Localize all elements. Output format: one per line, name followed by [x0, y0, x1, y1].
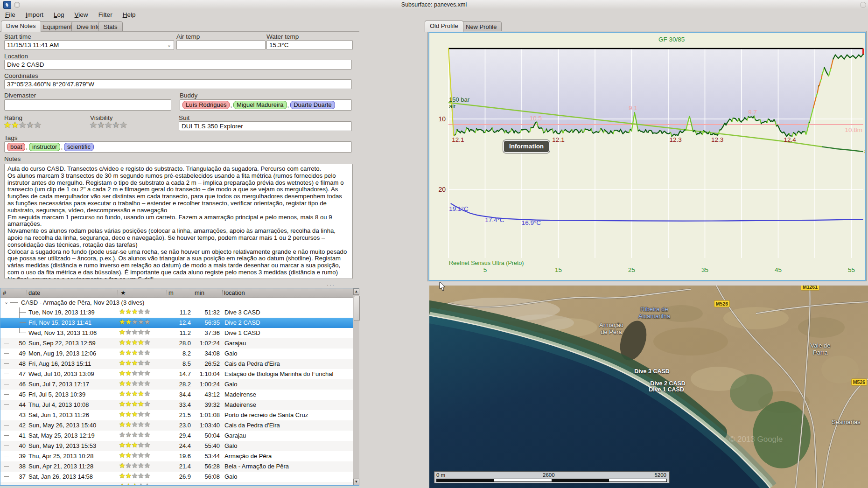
tags-input[interactable]: boat,instructor,scientific [4, 141, 352, 153]
table-row[interactable]: 47Wed, Jul 10, 2013 13:09★★★★★14.71:10:0… [0, 369, 353, 379]
svg-text:150 bar: 150 bar [449, 96, 470, 103]
menu-file[interactable]: File [2, 10, 19, 20]
buddy-tag[interactable]: Miguel Madureira [233, 101, 287, 109]
road-badge: M526 [714, 300, 730, 307]
star-icon: ★ [112, 120, 119, 130]
table-row[interactable]: 38Sun, Apr 21, 2013 11:28★★★★★21.456:28B… [0, 461, 353, 472]
dive-location: Cais da Pedra d'Eira [224, 483, 280, 485]
svg-text:9.7: 9.7 [748, 109, 757, 116]
tab-old-profile[interactable]: Old Profile [425, 21, 463, 32]
dive-list-header[interactable]: # date ★ m min location [0, 288, 353, 298]
dive-depth: 28.0 [154, 340, 191, 347]
table-row[interactable]: Tue, Nov 19, 2013 11:39★★★★★11.251:32Div… [0, 307, 353, 318]
dive-duration: 26:52 [191, 360, 220, 367]
buddy-tag[interactable]: Duarte Duarte [290, 101, 335, 109]
table-row[interactable]: 50Sun, Sep 22, 2013 12:59★★★★★28.01:02:2… [0, 338, 353, 349]
dive-depth: 29.4 [154, 432, 191, 439]
table-row[interactable]: 46Sun, Jul 7, 2013 17:17★★★★★28.21:00:24… [0, 379, 353, 390]
dive-location: Dive 1 CASD [224, 329, 260, 336]
dive-tag[interactable]: scientific [64, 143, 94, 151]
dive-site-label[interactable]: Dive 3 CASD [634, 368, 670, 375]
dive-rating: ★★★★★ [119, 452, 150, 459]
buddy-input[interactable]: Luís Rodrigues,Miguel Madureira,Duarte D… [180, 99, 352, 111]
col-duration[interactable]: min [195, 289, 204, 296]
table-row[interactable]: 45Fri, Jul 5, 2013 10:39★★★★★34.443:12Ma… [0, 390, 353, 400]
coordinates-input[interactable]: 37°05'23.460"N 8°20'47.879"W [4, 79, 352, 89]
table-row[interactable]: 43Sat, Jun 1, 2013 11:26★★★★★21.51:01:08… [0, 410, 353, 420]
dive-location: Armação de Pêra [224, 453, 272, 460]
col-location[interactable]: location [224, 289, 245, 296]
svg-text:9.1: 9.1 [629, 105, 637, 112]
expander-icon[interactable]: ⌄ [4, 299, 8, 305]
star-icon: ★ [144, 349, 150, 356]
tab-dive-notes[interactable]: Dive Notes [1, 21, 41, 32]
water-temp-input[interactable]: 15.3°C [266, 40, 353, 50]
table-row[interactable]: 48Fri, Aug 16, 2013 15:11★★★★★8.526:52Ca… [0, 359, 353, 369]
table-row[interactable]: 42Sun, May 26, 2013 15:40★★★★★23.01:03:4… [0, 420, 353, 431]
dive-site-map[interactable]: 0 m 2600 5200 Armação de PêraRibeira de … [429, 286, 868, 488]
splitter-handle[interactable]: ··· [327, 282, 335, 288]
col-date[interactable]: date [28, 289, 40, 296]
menu-view[interactable]: View [71, 10, 91, 20]
tag-separator: , [230, 102, 232, 109]
subsurface-window: Subsurface: paneves.xml FileImportLogVie… [0, 0, 868, 488]
chart-plot-area[interactable]: GF 30/85102051525354555Reefnet Sensus Ul… [428, 32, 866, 281]
dive-date: Fri, Aug 16, 2013 15:11 [28, 360, 91, 367]
title-bar[interactable]: Subsurface: paneves.xml [0, 0, 868, 9]
menu-filter[interactable]: Filter [95, 10, 116, 20]
col-number[interactable]: # [3, 289, 6, 296]
buddy-tag[interactable]: Luís Rodrigues [182, 101, 230, 109]
table-row[interactable]: 40Sun, May 19, 2013 15:53★★★★★24.455:40G… [0, 441, 353, 451]
table-row[interactable]: 36Sun, Jan 20, 2013 12:33★★★★★21.758:36C… [0, 482, 353, 485]
information-button[interactable]: Information [503, 140, 550, 153]
star-icon: ★ [144, 338, 150, 346]
rating-stars[interactable]: ★★★★★ [4, 121, 42, 129]
svg-text:12.1: 12.1 [552, 136, 564, 143]
dive-number: 41 [0, 432, 26, 439]
table-row[interactable]: 37Sat, Jan 26, 2013 14:58★★★★★26.956:08G… [0, 472, 353, 482]
visibility-stars[interactable]: ★★★★★ [90, 121, 127, 129]
star-icon: ★ [119, 349, 125, 356]
table-row[interactable]: 39Thu, Apr 25, 2013 10:28★★★★★19.653:44A… [0, 451, 353, 461]
scroll-up-icon[interactable]: ▲ [353, 288, 359, 295]
dive-location: Porto de recreio de Santa Cruz [224, 411, 308, 418]
air-temp-input[interactable] [176, 40, 266, 50]
star-icon: ★ [138, 349, 144, 356]
menu-import[interactable]: Import [22, 10, 47, 20]
dive-location: Dive 3 CASD [224, 309, 260, 316]
menu-help[interactable]: Help [119, 10, 139, 20]
col-depth[interactable]: m [168, 289, 174, 296]
dive-list-scrollbar[interactable]: ▲ ▼ [353, 288, 359, 485]
start-time-combo[interactable]: 11/15/13 11:41 AM ⌄ [4, 40, 174, 50]
star-icon: ★ [105, 120, 112, 130]
col-rating[interactable]: ★ [120, 289, 126, 296]
menu-log[interactable]: Log [50, 10, 68, 20]
dive-duration: 56:28 [191, 463, 220, 470]
dive-site-label[interactable]: Dive 2 CASD [650, 380, 686, 387]
suit-input[interactable]: DUI TLS 350 Explorer [179, 121, 352, 131]
table-row[interactable]: Wed, Nov 13, 2013 11:06★★★★★11.237:36Div… [0, 328, 353, 338]
scroll-down-icon[interactable]: ▼ [353, 479, 359, 485]
star-icon: ★ [138, 482, 144, 485]
dive-tag[interactable]: instructor [29, 143, 60, 151]
dive-site-label[interactable]: Dive 1 CASD [649, 386, 684, 393]
divemaster-input[interactable] [4, 99, 171, 111]
location-input[interactable]: Dive 2 CASD [4, 60, 352, 70]
star-icon: ★ [144, 461, 150, 469]
dive-duration: 1:10:04 [191, 370, 220, 377]
notes-textarea[interactable]: Aula do curso CASD. Transectos c/video e… [4, 164, 353, 279]
titlebar-right-icon[interactable] [860, 2, 866, 8]
dive-duration: 53:44 [191, 453, 220, 460]
table-row[interactable]: 49Mon, Aug 19, 2013 12:06★★★★★8.234:08Ga… [0, 349, 353, 359]
trip-group-row[interactable]: ⌄CASD - Armação de Pêra, Nov 2013 (3 div… [0, 298, 353, 307]
table-row[interactable]: 44Thu, Jul 4, 2013 10:08★★★★★33.439:32Ma… [0, 400, 353, 410]
start-time-value: 11/15/13 11:41 AM [7, 42, 59, 49]
star-icon: ★ [119, 338, 125, 346]
dive-tag[interactable]: boat [7, 143, 25, 151]
scrollbar-thumb[interactable] [354, 296, 360, 321]
table-row-selected[interactable]: Fri, Nov 15, 2013 11:41★★★★★12.456:35Div… [0, 318, 353, 328]
tab-stats[interactable]: Stats [98, 21, 123, 32]
svg-text:55: 55 [848, 266, 855, 273]
star-icon: ★ [144, 410, 150, 418]
table-row[interactable]: 41Sat, May 25, 2013 12:19★★★★★29.450:04G… [0, 431, 353, 441]
